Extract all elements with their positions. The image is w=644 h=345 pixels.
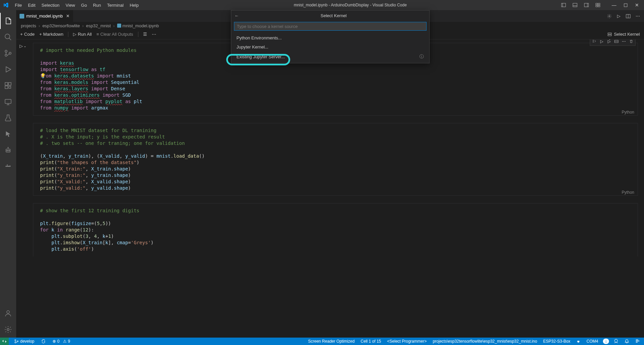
svg-rect-21 — [5, 99, 11, 103]
tab-close-icon[interactable]: ✕ — [66, 13, 70, 19]
quickpick-title: Select Kernel — [242, 13, 426, 18]
quickpick-item-jupyter-kernel[interactable]: Jupyter Kernel... — [231, 42, 429, 52]
run-all-button[interactable]: ▷Run All — [73, 32, 92, 37]
execute-above-icon[interactable]: ▷̂ — [606, 39, 612, 45]
menu-run[interactable]: Run — [90, 1, 104, 9]
svg-rect-50 — [636, 342, 638, 343]
cell-content[interactable]: # load the MNIST dataset for DL traninin… — [33, 123, 638, 195]
layout-right-icon[interactable] — [582, 1, 591, 9]
select-kernel-button[interactable]: Select Kernel — [614, 32, 640, 37]
close-icon[interactable]: ✕ — [633, 1, 641, 9]
tab-settings-icon[interactable] — [606, 12, 613, 20]
menu-go[interactable]: Go — [78, 1, 90, 9]
accounts-icon[interactable] — [0, 305, 16, 321]
cell-language[interactable]: Python — [622, 110, 634, 115]
info-icon[interactable]: ⓘ — [419, 54, 424, 60]
svg-point-45 — [15, 342, 16, 343]
sync-indicator[interactable] — [40, 339, 47, 344]
layout-left-icon[interactable] — [559, 1, 568, 9]
tab-split-icon[interactable] — [624, 12, 632, 20]
svg-point-33 — [7, 311, 9, 313]
layout-grid-icon[interactable] — [594, 1, 602, 9]
clear-outputs-button[interactable]: ≡Clear All Outputs — [96, 32, 133, 37]
port-indicator[interactable]: COM4 — [585, 339, 600, 344]
breadcrumb-item[interactable]: mnist_model.ipynb — [123, 23, 159, 28]
cell-position-indicator[interactable]: Cell 1 of 15 — [359, 339, 382, 344]
svg-marker-16 — [6, 67, 11, 72]
maximize-icon[interactable] — [621, 1, 630, 9]
menu-terminal[interactable]: Terminal — [104, 1, 126, 9]
board-indicator[interactable]: ESP32-S3-Box — [542, 339, 572, 344]
menu-selection[interactable]: Selection — [39, 1, 62, 9]
notifications-icon[interactable] — [623, 339, 631, 344]
explorer-icon[interactable] — [0, 13, 16, 29]
svg-rect-10 — [624, 3, 627, 6]
notebook-file-icon — [20, 14, 24, 19]
feedback-icon[interactable] — [612, 339, 620, 344]
execute-cell-icon[interactable]: ▷ — [598, 39, 605, 45]
quickpick-item-python-env[interactable]: Python Environments... — [231, 33, 429, 42]
programmer-indicator[interactable]: <Select Programmer> — [386, 339, 428, 344]
menu-edit[interactable]: Edit — [25, 1, 38, 9]
minimize-icon[interactable]: — — [610, 1, 618, 9]
testing-icon[interactable] — [0, 110, 16, 126]
kernel-search-input[interactable] — [234, 22, 427, 31]
screen-reader-indicator[interactable]: Screen Reader Optimized — [307, 339, 356, 344]
robot-icon[interactable] — [0, 142, 16, 158]
window-controls: — ✕ — [559, 1, 641, 9]
prettier-icon[interactable] — [634, 339, 641, 344]
cursor-icon[interactable] — [0, 126, 16, 142]
cell-language[interactable]: Python — [622, 190, 634, 195]
search-icon[interactable] — [0, 29, 16, 45]
copilot-icon[interactable]: ⌂ — [603, 339, 609, 344]
branch-indicator[interactable]: develop — [13, 339, 36, 344]
svg-point-26 — [8, 150, 9, 151]
svg-rect-39 — [117, 24, 121, 28]
code-cell[interactable]: # load the MNIST dataset for DL traninin… — [33, 123, 638, 196]
run-cell-gutter[interactable]: ▷ ⌄ — [20, 43, 26, 49]
svg-line-12 — [9, 38, 11, 40]
quickpick-item-existing-server[interactable]: Existing Jupyter Server... ⓘ — [231, 52, 429, 62]
svg-point-13 — [5, 50, 7, 52]
plug-icon[interactable] — [575, 339, 582, 343]
svg-point-15 — [9, 52, 11, 54]
extensions-icon[interactable] — [0, 77, 16, 94]
window-title: mnist_model.ipynb - ArduinoDumbDisplay -… — [141, 3, 559, 7]
code-cell[interactable]: # show the first 12 training digits plt.… — [33, 203, 638, 256]
menu-help[interactable]: Help — [127, 1, 141, 9]
settings-gear-icon[interactable] — [0, 321, 16, 338]
svg-rect-2 — [573, 3, 577, 7]
menu-file[interactable]: File — [12, 1, 25, 9]
tab-more-icon[interactable]: ⋯ — [634, 12, 641, 20]
svg-rect-20 — [9, 86, 11, 88]
svg-rect-4 — [584, 3, 588, 7]
add-markdown-button[interactable]: +Markdown — [39, 32, 64, 37]
back-icon[interactable]: ← — [235, 13, 239, 18]
add-code-button[interactable]: +Code — [20, 32, 35, 37]
cell-more-icon[interactable]: ⋯ — [620, 39, 627, 45]
sketch-path-indicator[interactable]: projects\esp32tensorflowlite\esp32_mnist… — [431, 339, 538, 344]
run-debug-icon[interactable] — [0, 61, 16, 77]
breadcrumb-item[interactable]: esp32tensorflowlite — [42, 23, 80, 28]
status-bar: develop ⊗0 ⚠9 Screen Reader Optimized Ce… — [0, 338, 644, 345]
remote-explorer-icon[interactable] — [0, 94, 16, 110]
docker-icon[interactable] — [0, 158, 16, 175]
tab-run-icon[interactable]: ▷ — [615, 12, 622, 20]
svg-rect-18 — [8, 83, 11, 85]
delete-cell-icon[interactable] — [628, 39, 635, 45]
menu-view[interactable]: View — [63, 1, 78, 9]
tab-mnist-model[interactable]: mnist_model.ipynb ✕ — [16, 10, 73, 22]
source-control-icon[interactable] — [0, 45, 16, 61]
run-by-line-icon[interactable] — [591, 39, 598, 45]
breadcrumb-item[interactable]: projects — [21, 23, 36, 28]
breadcrumb-item[interactable]: esp32_mnist — [86, 23, 111, 28]
layout-bottom-icon[interactable] — [571, 1, 579, 9]
svg-rect-9 — [598, 5, 600, 7]
more-actions-button[interactable]: ⋯ — [152, 32, 156, 37]
remote-indicator[interactable] — [0, 338, 9, 345]
menu-bar: File Edit Selection View Go Run Terminal… — [12, 1, 141, 9]
split-cell-icon[interactable] — [613, 39, 620, 45]
cell-content[interactable]: # show the first 12 training digits plt.… — [33, 203, 638, 256]
problems-indicator[interactable]: ⊗0 ⚠9 — [51, 339, 71, 344]
outline-button[interactable]: ☰ — [143, 32, 147, 37]
